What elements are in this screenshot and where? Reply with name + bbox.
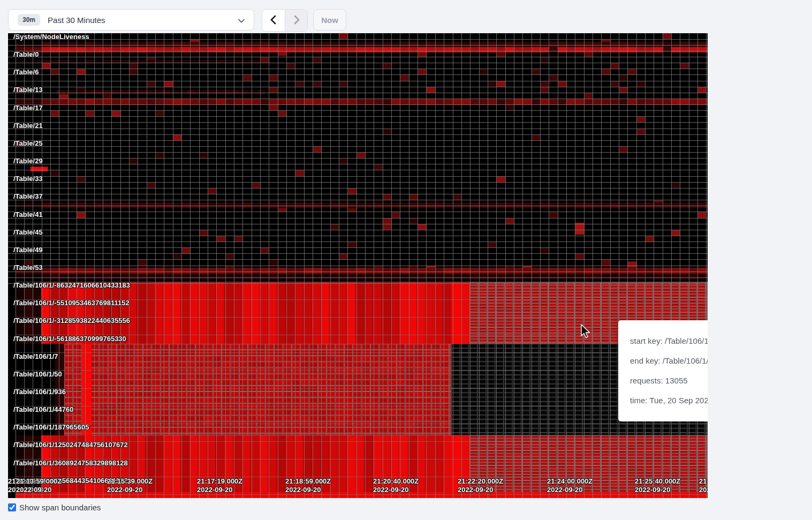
back-button[interactable] <box>262 10 285 31</box>
heatmap-canvas[interactable] <box>8 33 708 498</box>
time-range-label: Past 30 Minutes <box>48 16 105 25</box>
now-button[interactable]: Now <box>313 9 346 31</box>
tooltip-line: requests: 13055 <box>630 375 708 387</box>
time-range-badge: 30m <box>18 14 40 26</box>
show-span-boundaries-row: Show span boundaries <box>8 503 101 512</box>
forward-button[interactable] <box>285 10 307 31</box>
time-nav-group <box>262 9 308 32</box>
chevron-down-icon <box>238 17 245 27</box>
tooltip-line: end key: /Table/106/1/-18683814745282642… <box>630 355 708 367</box>
show-span-boundaries-label: Show span boundaries <box>19 503 101 512</box>
show-span-boundaries-checkbox[interactable] <box>8 503 16 511</box>
tooltip-line: start key: /Table/106/1/-247433150824388… <box>630 335 708 347</box>
toolbar: 30m Past 30 Minutes Now <box>0 0 812 33</box>
tooltip: start key: /Table/106/1/-247433150824388… <box>618 320 708 421</box>
time-range-select[interactable]: 30m Past 30 Minutes <box>8 9 254 31</box>
tooltip-line: time: Tue, 20 Sep 2022 21:24:40 GMT <box>630 395 708 406</box>
key-visualizer: /System/NodeLiveness/Table/0/Table/6/Tab… <box>8 33 708 498</box>
chevron-right-icon <box>292 15 301 26</box>
chevron-left-icon <box>269 15 278 26</box>
